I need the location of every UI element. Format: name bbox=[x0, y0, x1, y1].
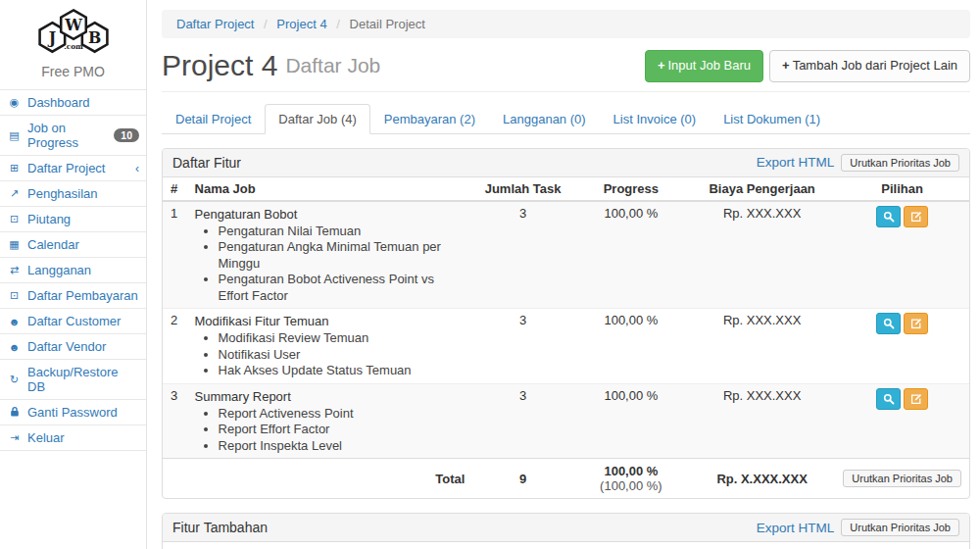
col-number: # bbox=[163, 177, 187, 201]
svg-text:B: B bbox=[87, 28, 100, 47]
subtask-list: Pengaturan Nilai Temuan Pengaturan Angka… bbox=[219, 224, 466, 305]
page-header: Project 4 Daftar Job +Input Job Baru +Ta… bbox=[162, 50, 970, 92]
lock-icon bbox=[7, 406, 22, 419]
tab-detail-project[interactable]: Detail Project bbox=[162, 104, 265, 134]
table-row: 2 Modifikasi Fitur Temuan Modifikasi Rev… bbox=[163, 309, 969, 384]
edit-icon bbox=[910, 393, 922, 405]
subtask-item: Modifikasi Review Temuan bbox=[219, 330, 466, 347]
app-logo[interactable]: W J B .com bbox=[0, 0, 146, 60]
task-count: 3 bbox=[472, 309, 572, 384]
tambah-job-dari-project-lain-button[interactable]: +Tambah Job dari Project Lain bbox=[769, 50, 970, 82]
tasks-icon: ▤ bbox=[7, 129, 22, 142]
sidebar-item-langganan[interactable]: ⇄ Langganan bbox=[0, 258, 146, 283]
sidebar-item-label: Daftar Project bbox=[27, 161, 105, 175]
sidebar-item-label: Keluar bbox=[27, 430, 65, 445]
users-icon: ☻ bbox=[7, 316, 22, 327]
search-icon bbox=[883, 318, 895, 329]
sidebar-item-ganti-password[interactable]: Ganti Password bbox=[0, 400, 146, 425]
task-count: 3 bbox=[472, 383, 572, 459]
urutkan-prioritas-job-button[interactable]: Urutkan Prioritas Job bbox=[843, 470, 961, 487]
line-chart-icon: ↗ bbox=[7, 187, 22, 200]
brand-name: Free PMO bbox=[0, 64, 146, 79]
edit-icon bbox=[910, 211, 922, 223]
jwb-logo-icon: W J B .com bbox=[16, 6, 131, 57]
tab-pembayaran[interactable]: Pembayaran (2) bbox=[370, 104, 489, 134]
urutkan-prioritas-job-button[interactable]: Urutkan Prioritas Job bbox=[841, 154, 959, 172]
progress-value: 100,00 % bbox=[573, 309, 689, 384]
panel-daftar-fitur: Daftar Fitur Export HTML Urutkan Priorit… bbox=[162, 148, 970, 500]
sidebar-item-keluar[interactable]: ⇥ Keluar bbox=[0, 425, 146, 451]
sidebar-item-calendar[interactable]: ▦ Calendar bbox=[0, 232, 146, 258]
panel-heading: Daftar Fitur Export HTML Urutkan Priorit… bbox=[163, 149, 969, 177]
edit-job-button[interactable] bbox=[904, 388, 928, 410]
total-progress-overall: (100,00 %) bbox=[600, 478, 662, 493]
sidebar-item-label: Piutang bbox=[27, 212, 71, 226]
export-html-link[interactable]: Export HTML bbox=[757, 521, 835, 535]
sidebar-item-backup-restore-db[interactable]: ↻ Backup/Restore DB bbox=[0, 360, 146, 400]
sidebar-item-label: Daftar Vendor bbox=[27, 339, 106, 354]
view-job-button[interactable] bbox=[876, 206, 901, 227]
col-nama-job: Nama Job bbox=[187, 177, 473, 201]
sidebar-item-dashboard[interactable]: ◉ Dashboard bbox=[0, 90, 146, 116]
tab-list-dokumen[interactable]: List Dokumen (1) bbox=[710, 104, 834, 134]
main-content: Daftar Project / Project 4 / Detail Proj… bbox=[147, 0, 980, 549]
export-html-link[interactable]: Export HTML bbox=[757, 155, 835, 170]
breadcrumb-current: Detail Project bbox=[350, 17, 425, 31]
total-progress: 100,00 % bbox=[604, 464, 658, 478]
svg-text:J: J bbox=[46, 28, 55, 47]
sidebar-item-job-on-progress[interactable]: ▤ Job on Progress 10 bbox=[0, 116, 146, 156]
fitur-tambahan-table: # Nama Job Jumlah Task Progress Biaya Pe… bbox=[163, 542, 969, 549]
sidebar-item-daftar-pembayaran[interactable]: ⊡ Daftar Pembayaran bbox=[0, 283, 146, 309]
money-icon: ⊡ bbox=[7, 289, 22, 302]
table-total-row: Total 9 100,00 % (100,00 %) Rp. X.XXX.XX… bbox=[163, 459, 969, 499]
search-icon bbox=[883, 393, 895, 405]
sidebar-item-label: Daftar Customer bbox=[27, 314, 121, 328]
breadcrumb: Daftar Project / Project 4 / Detail Proj… bbox=[162, 10, 970, 38]
tab-list-invoice[interactable]: List Invoice (0) bbox=[600, 104, 710, 134]
sidebar-item-daftar-project[interactable]: ⊞ Daftar Project ‹ bbox=[0, 156, 146, 181]
total-task-count: 9 bbox=[472, 459, 572, 499]
sign-out-icon: ⇥ bbox=[7, 431, 22, 444]
subtask-item: Pengaturan Nilai Temuan bbox=[219, 224, 466, 240]
table-row: 3 Summary Report Report Activeness Point… bbox=[163, 383, 969, 459]
breadcrumb-daftar-project[interactable]: Daftar Project bbox=[176, 17, 254, 31]
col-number: # bbox=[163, 542, 187, 549]
col-biaya-pengerjaan: Biaya Pengerjaan bbox=[689, 177, 835, 201]
urutkan-prioritas-job-button[interactable]: Urutkan Prioritas Job bbox=[841, 519, 959, 536]
sidebar-item-label: Job on Progress bbox=[27, 121, 108, 150]
tab-daftar-job[interactable]: Daftar Job (4) bbox=[265, 104, 369, 134]
job-count-badge: 10 bbox=[114, 128, 139, 142]
progress-value: 100,00 % bbox=[573, 201, 689, 309]
input-job-baru-button[interactable]: +Input Job Baru bbox=[645, 50, 763, 82]
sidebar-item-label: Langganan bbox=[27, 263, 91, 277]
cost-value: Rp. XXX.XXX bbox=[689, 309, 835, 384]
subtask-list: Modifikasi Review Temuan Notifikasi User… bbox=[219, 330, 466, 379]
breadcrumb-project-4[interactable]: Project 4 bbox=[276, 17, 326, 31]
tab-langganan[interactable]: Langganan (0) bbox=[489, 104, 600, 134]
task-count: 3 bbox=[472, 201, 572, 309]
col-progress: Progress bbox=[484, 542, 656, 549]
cost-value: Rp. XXX.XXX bbox=[689, 201, 835, 309]
subtask-item: Report Activeness Point bbox=[219, 406, 466, 423]
view-job-button[interactable] bbox=[876, 313, 901, 334]
sidebar-item-daftar-vendor[interactable]: ☻ Daftar Vendor bbox=[0, 334, 146, 360]
breadcrumb-separator: / bbox=[336, 17, 340, 31]
plus-icon: + bbox=[658, 58, 665, 73]
sidebar-item-label: Dashboard bbox=[27, 95, 90, 110]
svg-text:.com: .com bbox=[64, 42, 83, 51]
sidebar-item-piutang[interactable]: ⊡ Piutang bbox=[0, 207, 146, 232]
dashboard-icon: ◉ bbox=[7, 96, 22, 109]
total-label: Total bbox=[163, 459, 472, 499]
svg-text:W: W bbox=[64, 16, 82, 34]
edit-job-button[interactable] bbox=[904, 206, 928, 227]
plus-icon: + bbox=[782, 58, 790, 73]
view-job-button[interactable] bbox=[876, 388, 901, 410]
col-jumlah-task: Jumlah Task bbox=[382, 542, 484, 549]
job-name: Summary Report bbox=[195, 388, 466, 405]
sidebar-item-daftar-customer[interactable]: ☻ Daftar Customer bbox=[0, 309, 146, 334]
repeat-icon: ⇄ bbox=[7, 264, 22, 276]
sidebar-item-penghasilan[interactable]: ↗ Penghasilan bbox=[0, 181, 146, 207]
job-name: Modifikasi Fitur Temuan bbox=[195, 313, 466, 329]
edit-job-button[interactable] bbox=[904, 313, 928, 334]
chevron-left-icon: ‹ bbox=[135, 162, 139, 175]
